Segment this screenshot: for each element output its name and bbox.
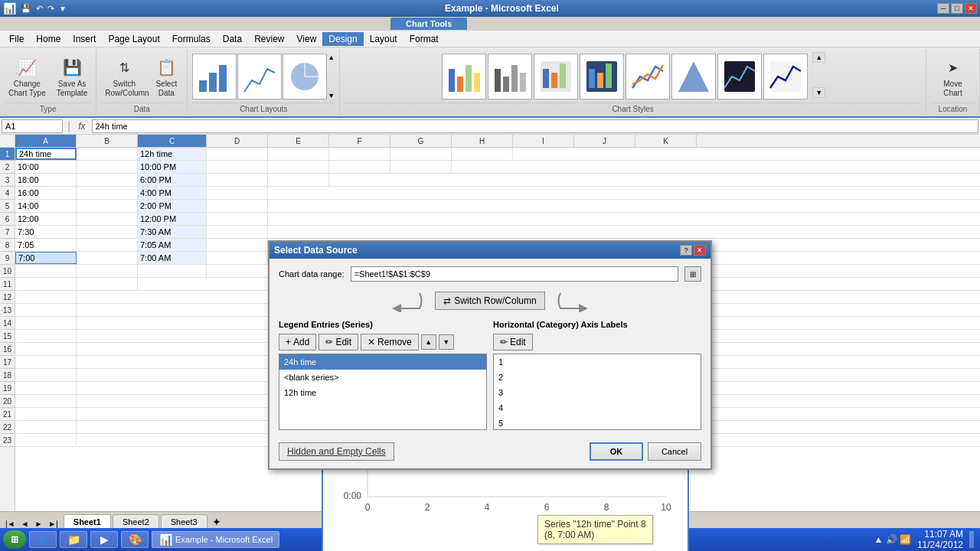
sheet-nav-last[interactable]: ►| [46,520,60,528]
switch-row-column-button[interactable]: ⇅ SwitchRow/Column [101,53,147,100]
styles-scroll-down[interactable]: ▼ [812,87,825,98]
cancel-button[interactable]: Cancel [648,442,701,461]
svg-rect-11 [503,77,509,92]
quick-access-redo[interactable]: ↷ [47,4,54,14]
chart-style-8[interactable] [763,54,808,99]
formula-input[interactable] [92,119,979,133]
axis-item-1[interactable]: 1 [494,354,701,370]
ribbon-group-chart-layouts: ▲ ▼ Chart Layouts [188,49,340,115]
legend-toolbar: + Add ✏ Edit ✕ Remove ▲ [279,334,487,350]
series-list: 24h time <blank series> 12h time [279,354,487,430]
svg-rect-23 [724,61,755,92]
switch-icon: ⇄ [443,295,451,306]
chart-style-1[interactable] [442,54,486,99]
taskbar-date: 11/24/2012 [917,540,963,550]
tooltip-series: Series "12h time" Point 8 [544,519,646,530]
ok-button[interactable]: OK [590,442,643,461]
maximize-button[interactable]: □ [951,3,963,14]
menu-insert[interactable]: Insert [67,32,102,46]
series-edit-button[interactable]: ✏ Edit [318,334,358,350]
dialog-close-button[interactable]: ✕ [694,245,706,256]
data-range-input[interactable] [351,266,678,282]
taskbar-ie[interactable]: e [29,531,57,548]
menu-view[interactable]: View [291,32,323,46]
quick-access-save[interactable]: 💾 [21,4,31,14]
media-icon: ▶ [97,533,111,546]
menu-file[interactable]: File [3,32,30,46]
taskbar-app-other[interactable]: 🎨 [121,531,149,548]
axis-item-2[interactable]: 2 [494,370,701,385]
change-chart-icon: 📈 [15,55,39,80]
quick-access-undo[interactable]: ↶ [36,4,43,14]
save-as-template-button[interactable]: 💾 Save AsTemplate [53,53,92,100]
series-item-12h[interactable]: 12h time [279,385,486,400]
select-data-source-dialog: Select Data Source ? ✕ Chart data range:… [268,240,712,470]
name-box[interactable] [2,119,63,133]
show-desktop-button[interactable] [969,531,974,548]
sheet-tab-3[interactable]: Sheet3 [161,514,207,528]
close-button[interactable]: ✕ [965,3,977,14]
chart-style-6[interactable] [671,54,716,99]
chart-layout-2[interactable] [237,54,282,99]
edit-icon: ✏ [325,337,333,347]
ie-icon: e [36,533,50,546]
series-move-down-button[interactable]: ▼ [439,334,454,350]
sheet-tab-2[interactable]: Sheet2 [113,514,159,528]
sheet-nav-first[interactable]: |◄ [3,520,18,528]
chart-style-3[interactable] [534,54,578,99]
sheet-tab-1[interactable]: Sheet1 [64,514,111,528]
chart-style-7[interactable] [717,54,762,99]
location-group-label: Location [931,103,975,113]
select-data-button[interactable]: 📋 SelectData [150,53,182,100]
quick-access-dropdown[interactable]: ▼ [59,5,67,13]
move-chart-label: MoveChart [943,80,962,98]
series-item-24h[interactable]: 24h time [279,354,486,370]
change-chart-type-button[interactable]: 📈 ChangeChart Type [5,53,50,100]
switch-row-col-button[interactable]: ⇄ Switch Row/Column [435,292,544,310]
axis-item-3[interactable]: 3 [494,385,701,400]
menu-formulas[interactable]: Formulas [166,32,217,46]
taskbar-folder[interactable]: 📁 [60,531,87,548]
range-select-button[interactable]: ⊞ [684,266,701,282]
series-move-up-button[interactable]: ▲ [421,334,436,350]
series-add-button[interactable]: + Add [279,334,316,350]
series-remove-button[interactable]: ✕ Remove [361,334,419,350]
change-chart-label: ChangeChart Type [8,80,46,98]
chart-layouts-label: Chart Layouts [192,103,335,113]
switch-row-col-area: ⇄ Switch Row/Column [279,289,701,312]
chart-style-4[interactable] [580,54,624,99]
series-item-blank[interactable]: <blank series> [279,370,486,385]
minimize-button[interactable]: ─ [937,3,949,14]
menu-data[interactable]: Data [217,32,248,46]
menu-home[interactable]: Home [30,32,67,46]
dialog-help-button[interactable]: ? [680,245,692,256]
legend-entries-label: Legend Entries (Series) [279,320,487,329]
sheet-nav-prev[interactable]: ◄ [19,520,31,528]
svg-rect-24 [770,61,801,92]
menu-design[interactable]: Design [322,32,363,46]
styles-scroll-up[interactable]: ▲ [812,52,825,63]
menu-review[interactable]: Review [248,32,290,46]
menu-format[interactable]: Format [403,32,445,46]
formula-divider: | [67,119,70,133]
axis-item-5[interactable]: 5 [494,416,701,430]
chart-style-2[interactable] [488,54,532,99]
insert-sheet-button[interactable]: ✦ [212,516,221,528]
title-bar: 📊 💾 ↶ ↷ ▼ Example - Microsoft Excel ─ □ … [0,0,980,17]
taskbar-excel[interactable]: 📊 Example - Microsoft Excel [152,531,279,548]
move-chart-button[interactable]: ➤ MoveChart [937,53,969,100]
axis-edit-button[interactable]: ✏ Edit [493,334,533,350]
chart-layout-1[interactable] [192,54,237,99]
sheet-nav-next[interactable]: ► [32,520,44,528]
chart-layout-3[interactable] [283,54,327,99]
svg-rect-13 [520,73,526,92]
menu-page-layout[interactable]: Page Layout [102,32,165,46]
chart-style-5[interactable] [626,54,670,99]
right-arrow-icon [553,289,591,312]
menu-layout[interactable]: Layout [364,32,403,46]
start-button[interactable]: ⊞ [3,530,26,549]
hidden-cells-button[interactable]: Hidden and Empty Cells [279,442,394,461]
axis-item-4[interactable]: 4 [494,400,701,416]
taskbar-media[interactable]: ▶ [90,531,118,548]
fx-label: fx [78,121,85,132]
